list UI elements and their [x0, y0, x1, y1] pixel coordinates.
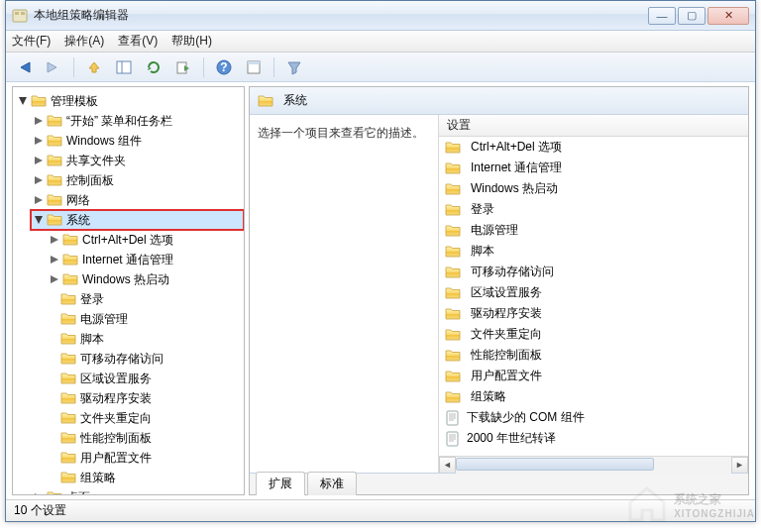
expander-icon[interactable] — [33, 135, 45, 147]
menu-action[interactable]: 操作(A) — [64, 33, 104, 50]
folder-icon — [445, 140, 461, 156]
list-item[interactable]: 下载缺少的 COM 组件 — [439, 407, 748, 428]
tree-item[interactable]: 共享文件夹 — [31, 151, 244, 170]
tree-item[interactable]: Windows 热启动 — [47, 269, 244, 289]
close-button[interactable]: ✕ — [707, 7, 749, 25]
list-item[interactable]: 组策略 — [439, 386, 748, 407]
horizontal-scrollbar[interactable]: ◄ ► — [439, 456, 748, 473]
filter-button[interactable] — [282, 55, 306, 79]
list-item-label: 用户配置文件 — [471, 368, 542, 384]
list-item[interactable]: 文件夹重定向 — [439, 324, 748, 345]
tree-item[interactable]: 用户配置文件 — [47, 448, 244, 468]
tree-item[interactable]: 控制面板 — [31, 170, 244, 190]
tree-item[interactable]: 区域设置服务 — [47, 369, 244, 388]
folder-icon — [445, 389, 461, 405]
expander-icon[interactable] — [33, 155, 45, 166]
properties-button[interactable] — [242, 55, 266, 79]
description-panel: 选择一个项目来查看它的描述。 — [250, 115, 438, 473]
menu-file[interactable]: 文件(F) — [12, 33, 51, 50]
tree-item[interactable]: 性能控制面板 — [47, 428, 244, 448]
settings-list[interactable]: Ctrl+Alt+Del 选项Internet 通信管理Windows 热启动登… — [439, 137, 748, 456]
list-item[interactable]: 性能控制面板 — [439, 345, 748, 366]
tree-item[interactable]: 驱动程序安装 — [47, 388, 244, 408]
column-label: 设置 — [447, 117, 471, 134]
tree-item-root[interactable]: 管理模板 — [15, 91, 244, 111]
list-item[interactable]: 电源管理 — [439, 220, 748, 241]
expander-icon[interactable] — [33, 115, 45, 127]
description-text: 选择一个项目来查看它的描述。 — [258, 126, 424, 140]
tree-label: 用户配置文件 — [80, 450, 152, 467]
folder-icon — [445, 223, 461, 239]
scroll-left-arrow[interactable]: ◄ — [439, 457, 456, 474]
tree-item[interactable]: Windows 组件 — [31, 131, 244, 151]
scroll-track[interactable] — [456, 457, 731, 474]
folder-icon — [47, 153, 62, 168]
tree-item[interactable]: 组策略 — [47, 468, 244, 487]
folder-icon — [445, 327, 461, 343]
column-header-setting[interactable]: 设置 — [439, 115, 748, 137]
panes-button[interactable] — [112, 55, 136, 79]
list-item-label: Internet 通信管理 — [471, 160, 562, 176]
list-item[interactable]: 驱动程序安装 — [439, 303, 748, 324]
tab-extended[interactable]: 扩展 — [256, 472, 305, 495]
list-item-label: 下载缺少的 COM 组件 — [467, 409, 585, 426]
expander-icon[interactable] — [33, 491, 45, 495]
expander-icon[interactable] — [33, 214, 45, 226]
tree-item[interactable]: 文件夹重定向 — [47, 408, 244, 428]
expander-icon[interactable] — [49, 254, 60, 266]
tree-item[interactable]: 登录 — [47, 289, 244, 309]
list-item[interactable]: 2000 年世纪转译 — [439, 428, 748, 449]
expander-icon[interactable] — [49, 234, 60, 246]
folder-icon — [445, 369, 461, 384]
back-button[interactable] — [12, 55, 36, 79]
tree-item[interactable]: 电源管理 — [47, 309, 244, 329]
titlebar[interactable]: 本地组策略编辑器 — ▢ ✕ — [6, 1, 755, 31]
list-item-label: 电源管理 — [471, 222, 518, 239]
tree-item[interactable]: 桌面 — [31, 487, 244, 495]
scroll-thumb[interactable] — [456, 458, 654, 471]
folder-icon — [60, 311, 76, 327]
tree-item[interactable]: 网络 — [31, 190, 244, 210]
menu-view[interactable]: 查看(V) — [118, 33, 158, 50]
folder-icon — [445, 348, 461, 364]
details-heading: 系统 — [283, 92, 307, 109]
view-tabs: 扩展 标准 — [250, 473, 748, 494]
list-item[interactable]: Ctrl+Alt+Del 选项 — [439, 137, 748, 158]
forward-button[interactable] — [42, 55, 65, 79]
tree-label: 电源管理 — [80, 311, 128, 328]
tree-item[interactable]: Ctrl+Alt+Del 选项 — [47, 230, 244, 250]
export-button[interactable] — [171, 55, 195, 79]
toolbar — [6, 53, 755, 82]
menu-help[interactable]: 帮助(H) — [171, 33, 212, 50]
statusbar: 10 个设置 — [6, 499, 755, 521]
tree-item-system[interactable]: 系统 — [31, 210, 244, 230]
list-item[interactable]: 登录 — [439, 199, 748, 220]
tree-item[interactable]: Internet 通信管理 — [47, 250, 244, 269]
list-item-label: 登录 — [471, 201, 494, 218]
list-item[interactable]: 区域设置服务 — [439, 282, 748, 303]
refresh-button[interactable] — [142, 55, 165, 79]
help-button[interactable] — [212, 55, 236, 79]
tab-standard[interactable]: 标准 — [307, 472, 357, 495]
tree-label: “开始” 菜单和任务栏 — [66, 113, 172, 130]
list-item[interactable]: 用户配置文件 — [439, 366, 748, 386]
tree-pane[interactable]: 管理模板“开始” 菜单和任务栏Windows 组件共享文件夹控制面板网络系统Ct… — [12, 86, 245, 495]
expander-icon[interactable] — [49, 273, 60, 285]
tree-item[interactable]: 脚本 — [47, 329, 244, 349]
tree-item[interactable]: “开始” 菜单和任务栏 — [31, 111, 244, 131]
list-item-label: Windows 热启动 — [471, 180, 558, 197]
maximize-button[interactable]: ▢ — [678, 7, 706, 25]
list-item[interactable]: 脚本 — [439, 241, 748, 262]
list-item[interactable]: 可移动存储访问 — [439, 262, 748, 282]
tree-item[interactable]: 可移动存储访问 — [47, 349, 244, 369]
list-item[interactable]: Windows 热启动 — [439, 178, 748, 199]
expander-icon[interactable] — [33, 174, 45, 186]
scroll-right-arrow[interactable]: ► — [731, 457, 748, 474]
expander-icon[interactable] — [33, 194, 45, 206]
folder-icon — [47, 212, 62, 228]
list-item[interactable]: Internet 通信管理 — [439, 158, 748, 178]
minimize-button[interactable]: — — [648, 7, 676, 25]
up-button[interactable] — [82, 55, 106, 79]
list-item-label: 可移动存储访问 — [471, 264, 554, 280]
expander-icon[interactable] — [17, 95, 29, 107]
